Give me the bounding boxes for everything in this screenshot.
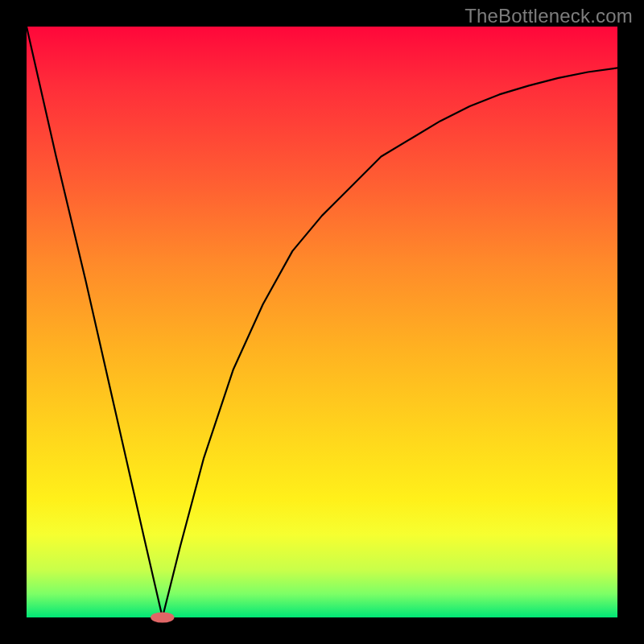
- watermark-text: TheBottleneck.com: [464, 5, 633, 27]
- series-left-branch: [27, 27, 163, 617]
- chart-frame: TheBottleneck.com: [0, 0, 644, 644]
- series-right-branch: [163, 68, 617, 617]
- chart-svg: [27, 27, 617, 617]
- plot-area: [27, 27, 617, 617]
- min-point-marker: [151, 612, 174, 622]
